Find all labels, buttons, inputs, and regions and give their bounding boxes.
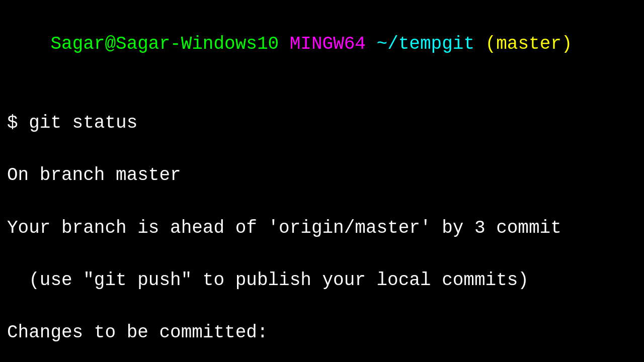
prompt-line: Sagar@Sagar-Windows10 MINGW64 ~/tempgit …: [7, 5, 637, 84]
on-branch-line: On branch master: [7, 162, 637, 189]
prompt-mingw: MINGW64: [290, 34, 366, 54]
prompt-user: Sagar@Sagar-Windows10: [50, 34, 279, 54]
changes-header-line: Changes to be committed:: [7, 320, 637, 346]
terminal-window: Sagar@Sagar-Windows10 MINGW64 ~/tempgit …: [0, 0, 644, 362]
ahead-line: Your branch is ahead of 'origin/master' …: [7, 215, 637, 241]
prompt-branch: (master): [486, 34, 573, 54]
command-line: $ git status: [7, 110, 637, 136]
hint-push-line: (use "git push" to publish your local co…: [7, 267, 637, 294]
prompt-path: ~/tempgit: [377, 34, 474, 54]
